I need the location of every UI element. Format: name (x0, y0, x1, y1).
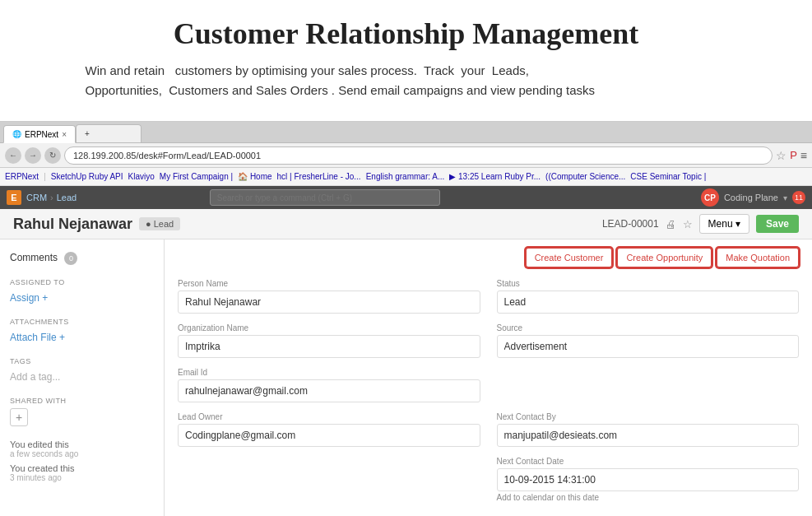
user-name[interactable]: Coding Plane (724, 193, 778, 202)
comments-section: Comments 0 (10, 249, 154, 265)
activity1: You edited this (10, 439, 154, 449)
attach-link[interactable]: Attach File + (10, 332, 65, 343)
breadcrumb: CRM › Lead (26, 193, 77, 202)
doc-id: LEAD-00001 (602, 218, 659, 230)
doc-title-area: Rahul Nejanawar ● Lead (13, 216, 180, 233)
search-input[interactable] (210, 189, 440, 206)
tags-section: TAGS Add a tag... (10, 357, 154, 384)
next-contact-by-label: Next Contact By (497, 412, 800, 421)
status-input[interactable] (497, 291, 800, 314)
breadcrumb-lead[interactable]: Lead (57, 193, 77, 202)
top-section: Customer Relationship Management Win and… (0, 0, 812, 121)
main-content: Comments 0 ASSIGNED TO Assign + ATTACHME… (0, 239, 812, 516)
bookmark-english[interactable]: English grammar: A... (366, 172, 445, 181)
bookmark-cse[interactable]: CSE Seminar Topic | (630, 172, 706, 181)
browser-chrome: 🌐 ERPNext × + ← → ↻ ☆ P ≡ ERPNext | Sket… (0, 121, 812, 209)
next-contact-by-input[interactable] (497, 424, 800, 447)
assign-link[interactable]: Assign + (10, 292, 48, 304)
menu-icon[interactable]: ≡ (800, 149, 807, 162)
browser-toolbar: ← → ↻ ☆ P ≡ (0, 143, 812, 168)
breadcrumb-sep1: › (50, 193, 53, 202)
browser-tab-new[interactable]: + (76, 124, 142, 142)
attachments-label: ATTACHMENTS (10, 318, 154, 326)
search-bar (210, 189, 440, 207)
lead-owner-label: Lead Owner (178, 412, 480, 421)
create-opportunity-button[interactable]: Create Opportunity (617, 248, 712, 267)
doc-type-badge: ● Lead (139, 217, 180, 230)
activity2-time: 3 minutes ago (10, 473, 154, 482)
org-name-label: Organization Name (178, 323, 480, 332)
email-label: Email Id (178, 368, 480, 377)
empty-group2 (178, 457, 480, 502)
status-label: Status (497, 279, 800, 288)
bookmark-ruby[interactable]: ▶ 13:25 Learn Ruby Pr... (449, 172, 541, 181)
calendar-link[interactable]: Add to calendar on this date (497, 493, 800, 502)
bookmark-hcl[interactable]: hcl | FresherLine - Jo... (277, 172, 361, 181)
save-button[interactable]: Save (756, 215, 799, 233)
source-group: Source (497, 323, 800, 358)
page-subtitle: Win and retain customers by optimising y… (86, 61, 727, 100)
lead-owner-input[interactable] (178, 424, 480, 447)
attachments-section: ATTACHMENTS Attach File + (10, 318, 154, 344)
org-name-input[interactable] (178, 335, 480, 358)
email-input[interactable] (178, 379, 480, 402)
left-sidebar: Comments 0 ASSIGNED TO Assign + ATTACHME… (0, 239, 165, 516)
activity-section: You edited this a few seconds ago You cr… (10, 439, 154, 482)
bookmark-sketchup[interactable]: SketchUp Ruby API (51, 172, 123, 181)
person-name-input[interactable] (178, 291, 480, 314)
assigned-to-label: ASSIGNED TO (10, 278, 154, 286)
make-quotation-button[interactable]: Make Quotation (717, 248, 799, 267)
refresh-button[interactable]: ↻ (44, 147, 61, 164)
address-bar[interactable] (64, 146, 773, 165)
dropdown-icon: ▾ (783, 193, 787, 202)
next-contact-date-input[interactable] (497, 468, 800, 491)
assigned-to-section: ASSIGNED TO Assign + (10, 278, 154, 304)
add-tag[interactable]: Add a tag... (10, 371, 60, 383)
pinterest-icon[interactable]: P (790, 149, 797, 161)
bookmark-cs[interactable]: ((Computer Science... (545, 172, 625, 181)
star-icon[interactable]: ☆ (776, 149, 786, 162)
star-doc-icon[interactable]: ☆ (683, 218, 693, 230)
next-contact-date-label: Next Contact Date (497, 457, 800, 466)
bookmark-klaviyo[interactable]: Klaviyo (128, 172, 155, 181)
shared-with-label: SHARED WITH (10, 397, 154, 405)
user-area: CP Coding Plane ▾ 11 (701, 188, 805, 207)
empty-group (497, 368, 800, 402)
org-name-group: Organization Name (178, 323, 480, 358)
shared-with-section: SHARED WITH + (10, 397, 154, 426)
tab-close[interactable]: × (62, 130, 67, 139)
breadcrumb-crm[interactable]: CRM (26, 193, 47, 202)
bookmark-campaign[interactable]: My First Campaign | (160, 172, 233, 181)
activity1-time: a few seconds ago (10, 449, 154, 458)
browser-tabs: 🌐 ERPNext × + (0, 122, 812, 143)
create-customer-button[interactable]: Create Customer (526, 248, 613, 267)
shared-plus-button[interactable]: + (10, 408, 28, 426)
app-bar: E CRM › Lead CP Coding Plane ▾ 11 (0, 186, 812, 209)
notification-badge[interactable]: 11 (792, 191, 805, 204)
user-avatar: CP (701, 188, 719, 207)
avatar-initials: CP (704, 193, 716, 202)
next-contact-by-group: Next Contact By (497, 412, 800, 447)
page-title: Customer Relationship Management (49, 16, 763, 51)
lead-owner-group: Lead Owner (178, 412, 480, 447)
forward-button[interactable]: → (25, 147, 41, 164)
tags-label: TAGS (10, 357, 154, 365)
menu-button[interactable]: Menu ▾ (699, 214, 749, 234)
comments-count: 0 (64, 252, 77, 265)
bookmarks-bar: ERPNext | SketchUp Ruby API Klaviyo My F… (0, 168, 812, 186)
status-group: Status (497, 279, 800, 314)
activity2: You created this (10, 463, 154, 473)
comments-label: Comments (10, 252, 58, 263)
next-contact-date-group: Next Contact Date Add to calendar on thi… (497, 457, 800, 502)
action-buttons: Create Customer Create Opportunity Make … (178, 248, 799, 267)
source-input[interactable] (497, 335, 800, 358)
erpnext-logo[interactable]: E (7, 190, 21, 205)
browser-tab-active[interactable]: 🌐 ERPNext × (3, 125, 76, 143)
bookmark-home[interactable]: 🏠 Home (238, 172, 271, 181)
back-button[interactable]: ← (5, 147, 21, 164)
print-icon[interactable]: 🖨 (666, 218, 676, 230)
source-label: Source (497, 323, 800, 332)
bookmark-erpnext[interactable]: ERPNext (5, 172, 39, 181)
form-grid: Person Name Status Organization Name Sou… (178, 279, 799, 512)
doc-name: Rahul Nejanawar (13, 216, 132, 233)
